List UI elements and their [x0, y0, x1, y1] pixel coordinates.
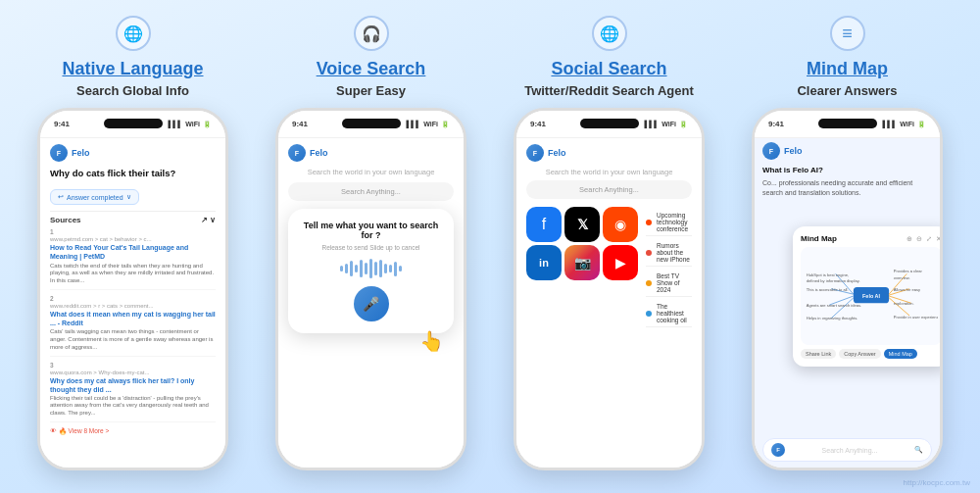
- search-item-1: Upcoming technology conference: [646, 209, 692, 236]
- status-time-2: 9:41: [292, 120, 308, 128]
- close-icon[interactable]: ✕: [936, 235, 940, 243]
- native-language-icon: 🌐: [116, 16, 151, 51]
- branch-label-2: defined by information display.: [807, 278, 860, 283]
- voice-modal: Tell me what you want to search for ? Re…: [288, 209, 454, 333]
- felo-header-2: F Felo: [288, 144, 454, 162]
- main-container: 🌐 Native Language Search Global Info 9:4…: [0, 0, 980, 493]
- wifi-icon-4: WiFi: [900, 121, 914, 127]
- youtube-icon[interactable]: ▶: [603, 245, 638, 280]
- phone-voice-search: 9:41 ▌▌▌ WiFi 🔋 F Felo Search the world …: [275, 108, 466, 470]
- notch-4: [818, 119, 877, 128]
- felo-header: F Felo: [50, 144, 216, 162]
- search-input-mock[interactable]: F Search Anything... 🔍: [762, 438, 932, 462]
- wave-bar-11: [389, 265, 392, 272]
- dot-3: [646, 280, 652, 286]
- wave-bar-8: [374, 262, 377, 275]
- source-num-3: 3: [50, 362, 216, 369]
- source-item-1: 1 www.petmd.com > cat > behavior > c... …: [50, 228, 216, 290]
- social-search-icon: 🌐: [592, 16, 627, 51]
- panel-native-language: 🌐 Native Language Search Global Info 9:4…: [20, 16, 246, 477]
- notch-2: [342, 119, 401, 128]
- voice-search-title: Voice Search: [317, 59, 426, 79]
- felo-bottom-logo: F: [771, 443, 785, 457]
- share-link-button[interactable]: Share Link: [801, 349, 836, 359]
- branch-label-1: HubSpot is best engine,: [807, 272, 849, 277]
- mindmap-modal-header: Mind Map ⊕ ⊖ ⤢ ✕: [801, 234, 940, 243]
- wave-bar-2: [345, 264, 348, 273]
- mind-map-subtitle: Clearer Answers: [797, 83, 897, 98]
- mindmap-modal-title: Mind Map: [801, 234, 837, 243]
- instagram-icon[interactable]: 📷: [564, 245, 600, 280]
- p4-desc-text: Co... professionals needing accurate and…: [762, 178, 932, 198]
- phone-content-3: F Felo Search the world in your own lang…: [516, 138, 702, 468]
- search-bar-mock[interactable]: Search Anything...: [288, 182, 454, 201]
- notch: [104, 119, 163, 128]
- search-item-4: The healthiest cooking oil: [646, 300, 692, 327]
- phone-mind-map: 9:41 ▌▌▌ WiFi 🔋 F Felo What is Felo AI? …: [752, 108, 943, 470]
- battery-icon-4: 🔋: [917, 121, 926, 128]
- wave-bar-13: [399, 266, 402, 271]
- source-desc-3: Flicking their tail could be a 'distract…: [50, 395, 216, 418]
- felo-name: Felo: [72, 148, 90, 158]
- zoom-out-icon[interactable]: ⊖: [916, 235, 922, 243]
- linkedin-icon[interactable]: in: [526, 245, 562, 280]
- wave-bar-12: [394, 262, 397, 276]
- hand-pointer-icon: 👆: [288, 329, 444, 353]
- search-text-1: Upcoming technology conference: [657, 212, 692, 232]
- branch-label-4: Agents are smart search ideas.: [807, 303, 861, 308]
- mind-map-title: Mind Map: [807, 59, 888, 79]
- source-desc-1: Cats twitch the end of their tails when …: [50, 263, 216, 285]
- wifi-icon-2: WiFi: [423, 121, 438, 127]
- expand-icon[interactable]: ⤢: [926, 235, 932, 243]
- felo-logo-icon-4: F: [762, 142, 780, 160]
- search-question: Why do cats flick their tails?: [50, 168, 216, 179]
- felo-name-3: Felo: [548, 148, 566, 158]
- phone-status-bar-3: 9:41 ▌▌▌ WiFi 🔋: [516, 111, 702, 138]
- status-time: 9:41: [54, 120, 70, 128]
- felo-logo-icon: F: [50, 144, 68, 162]
- search-world-text-3: Search the world in your own language: [526, 168, 692, 176]
- native-language-subtitle: Search Global Info: [76, 83, 189, 98]
- notch-3: [580, 119, 639, 128]
- source-title-2: What does it mean when my cat is wagging…: [50, 310, 216, 327]
- phone-content-2: F Felo Search the world in your own lang…: [278, 138, 464, 468]
- sources-header: Sources ↗ ∨: [50, 211, 216, 224]
- dot-1: [646, 220, 652, 225]
- social-search-title: Social Search: [551, 59, 666, 79]
- phone-content-4: F Felo What is Felo AI? Co... profession…: [755, 138, 940, 468]
- view-more-link[interactable]: 👁 🔥 View 8 More >: [50, 427, 216, 435]
- search-text-4: The healthiest cooking oil: [657, 303, 692, 323]
- bottom-search-bar: F Search Anything... 🔍: [762, 438, 932, 462]
- social-search-subtitle: Twitter/Reddit Search Agent: [524, 83, 694, 98]
- source-num-2: 2: [50, 295, 216, 302]
- mind-map-button[interactable]: Mind Map: [884, 349, 917, 359]
- battery-icon: 🔋: [203, 121, 212, 128]
- zoom-in-icon[interactable]: ⊕: [906, 235, 912, 243]
- mic-button[interactable]: 🎤: [354, 286, 389, 321]
- phone-status-bar: 9:41 ▌▌▌ WiFi 🔋: [40, 111, 225, 138]
- source-url-3: www.quora.com > Why-does-my-cat...: [50, 370, 216, 375]
- search-placeholder-bottom: Search Anything...: [822, 447, 878, 454]
- branch-label-8: Allows for easy: [894, 287, 921, 292]
- status-icons: ▌▌▌ WiFi 🔋: [168, 121, 212, 128]
- source-item-3: 3 www.quora.com > Why-does-my-cat... Why…: [50, 362, 216, 423]
- search-suggestions: Upcoming technology conference Rumors ab…: [646, 207, 692, 327]
- panel-mind-map: ≡ Mind Map Clearer Answers 9:41 ▌▌▌ WiFi…: [734, 16, 960, 477]
- search-icon-bottom: 🔍: [914, 446, 923, 454]
- signal-icon: ▌▌▌: [168, 121, 182, 127]
- copy-answer-button[interactable]: Copy Answer: [839, 349, 880, 359]
- wave-bar-5: [360, 260, 363, 277]
- panel-voice-search: 🎧 Voice Search Super Easy 9:41 ▌▌▌ WiFi …: [258, 16, 484, 477]
- branch-label-10: Provide in user experience.: [894, 315, 938, 320]
- felo-name-2: Felo: [310, 148, 328, 158]
- panel-social-search: 🌐 Social Search Twitter/Reddit Search Ag…: [496, 16, 722, 477]
- felo-logo-icon-3: F: [526, 144, 544, 162]
- search-bar-mock-3[interactable]: Search Anything...: [526, 180, 692, 199]
- waveform: [298, 259, 444, 278]
- answer-text: Answer completed: [67, 194, 123, 201]
- wifi-icon: WiFi: [185, 121, 200, 127]
- facebook-icon[interactable]: f: [526, 207, 562, 242]
- felo-logo-icon-2: F: [288, 144, 306, 162]
- x-twitter-icon[interactable]: 𝕏: [564, 207, 600, 242]
- reddit-icon[interactable]: ◉: [603, 207, 638, 242]
